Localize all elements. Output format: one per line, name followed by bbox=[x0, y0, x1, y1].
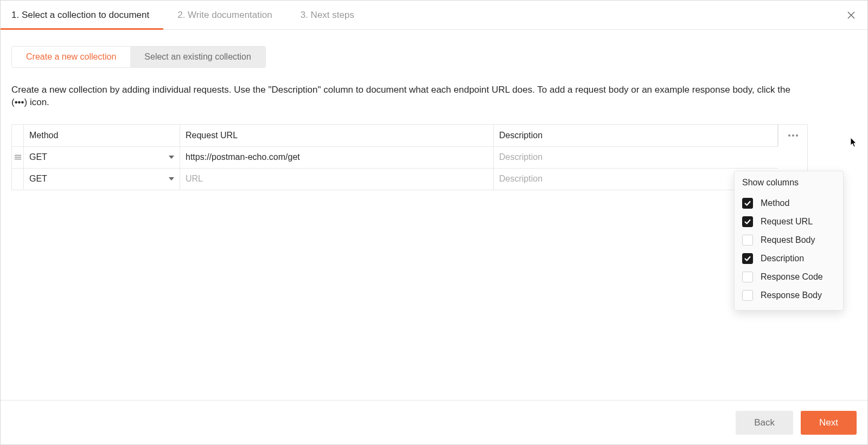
checkbox-icon[interactable] bbox=[742, 253, 753, 264]
requests-table: Method Request URL Description GET https… bbox=[11, 124, 808, 190]
drag-handle-icon[interactable] bbox=[12, 146, 24, 168]
show-columns-option[interactable]: Response Code bbox=[742, 268, 835, 286]
drag-handle-placeholder bbox=[12, 168, 24, 190]
show-columns-option-label: Request Body bbox=[761, 235, 815, 245]
show-columns-option-label: Description bbox=[761, 254, 804, 263]
checkbox-icon[interactable] bbox=[742, 272, 753, 282]
wizard-steps: 1. Select a collection to document 2. Wr… bbox=[1, 1, 867, 30]
show-columns-option[interactable]: Request Body bbox=[742, 231, 835, 249]
checkbox-icon[interactable] bbox=[742, 216, 753, 227]
table-row: GET https://postman-echo.com/get Descrip… bbox=[12, 146, 807, 168]
dialog-wizard: 1. Select a collection to document 2. Wr… bbox=[0, 0, 868, 445]
wizard-step-3[interactable]: 3. Next steps bbox=[286, 1, 368, 29]
show-columns-option-label: Response Code bbox=[761, 272, 823, 282]
url-placeholder: URL bbox=[186, 174, 203, 184]
wizard-step-1[interactable]: 1. Select a collection to document bbox=[11, 1, 163, 29]
url-input[interactable]: https://postman-echo.com/get bbox=[180, 146, 494, 168]
checkbox-icon[interactable] bbox=[742, 235, 753, 246]
caret-down-icon bbox=[169, 156, 174, 159]
url-value: https://postman-echo.com/get bbox=[186, 152, 300, 162]
show-columns-option[interactable]: Method bbox=[742, 194, 835, 212]
table-header-drag bbox=[12, 125, 24, 146]
show-columns-option[interactable]: Request URL bbox=[742, 212, 835, 231]
table-header-description: Description bbox=[494, 125, 778, 146]
method-value: GET bbox=[29, 152, 47, 162]
show-columns-option-label: Method bbox=[761, 198, 789, 208]
table-header-more-icon[interactable] bbox=[778, 125, 807, 146]
show-columns-option[interactable]: Description bbox=[742, 249, 835, 268]
caret-down-icon bbox=[169, 177, 174, 180]
show-columns-option-label: Response Body bbox=[761, 291, 822, 300]
method-value: GET bbox=[29, 174, 47, 184]
create-new-collection-tab[interactable]: Create a new collection bbox=[12, 47, 130, 67]
method-select[interactable]: GET bbox=[24, 168, 180, 190]
description-placeholder: Description bbox=[499, 174, 542, 184]
description-placeholder: Description bbox=[499, 152, 542, 162]
show-columns-dropdown: Show columns MethodRequest URLRequest Bo… bbox=[734, 171, 844, 311]
collection-source-toggle: Create a new collection Select an existi… bbox=[11, 46, 266, 68]
table-row: GET URL Description bbox=[12, 168, 807, 190]
show-columns-title: Show columns bbox=[742, 178, 835, 188]
checkbox-icon[interactable] bbox=[742, 198, 753, 209]
description-input[interactable]: Description bbox=[494, 146, 778, 168]
checkbox-icon[interactable] bbox=[742, 290, 753, 301]
show-columns-option[interactable]: Response Body bbox=[742, 286, 835, 305]
instructions-text: Create a new collection by adding indivi… bbox=[11, 84, 803, 109]
close-icon[interactable] bbox=[845, 9, 858, 22]
method-select[interactable]: GET bbox=[24, 146, 180, 168]
table-header-method: Method bbox=[24, 125, 180, 146]
dialog-body: Create a new collection Select an existi… bbox=[1, 30, 867, 400]
mouse-cursor-icon bbox=[850, 137, 858, 148]
table-header-row: Method Request URL Description bbox=[12, 125, 807, 146]
dialog-footer: Back Next bbox=[1, 400, 867, 444]
url-input[interactable]: URL bbox=[180, 168, 494, 190]
table-header-url: Request URL bbox=[180, 125, 494, 146]
back-button[interactable]: Back bbox=[736, 411, 793, 435]
show-columns-option-label: Request URL bbox=[761, 217, 813, 227]
next-button[interactable]: Next bbox=[801, 411, 857, 435]
select-existing-collection-tab[interactable]: Select an existing collection bbox=[130, 47, 265, 67]
wizard-step-2[interactable]: 2. Write documentation bbox=[163, 1, 286, 29]
